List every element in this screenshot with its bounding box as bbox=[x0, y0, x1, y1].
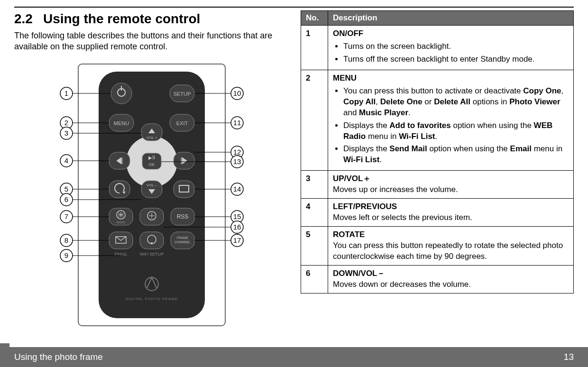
svg-text:15: 15 bbox=[233, 212, 241, 220]
wifi-label: WiFi SETUP bbox=[140, 252, 164, 257]
page-footer: Using the photo frame 13 bbox=[0, 347, 588, 367]
setup-label: SETUP bbox=[174, 91, 191, 97]
remote-figure: SETUP MENU EXIT VOL + bbox=[14, 59, 289, 339]
svg-text:10: 10 bbox=[233, 89, 241, 97]
svg-text:9: 9 bbox=[64, 251, 68, 259]
top-rule bbox=[14, 7, 574, 8]
row-desc: ROTATEYou can press this button repeated… bbox=[328, 227, 574, 266]
section-heading: 2.2Using the remote control bbox=[14, 11, 289, 27]
remote-svg: SETUP MENU EXIT VOL + bbox=[38, 62, 266, 328]
svg-text:FRAME: FRAME bbox=[177, 236, 189, 239]
svg-text:2: 2 bbox=[64, 119, 68, 127]
row-no: 4 bbox=[301, 199, 328, 227]
description-table: No. Description 1ON/OFFTurns on the scre… bbox=[301, 10, 574, 294]
footer-chapter: Using the photo frame bbox=[14, 352, 103, 362]
svg-text:16: 16 bbox=[233, 223, 241, 231]
svg-rect-14 bbox=[174, 181, 194, 198]
th-no: No. bbox=[301, 11, 328, 26]
section-number: 2.2 bbox=[14, 11, 33, 26]
row-no: 2 bbox=[301, 70, 328, 171]
svg-text:3: 3 bbox=[64, 129, 68, 137]
svg-text:7: 7 bbox=[64, 212, 68, 220]
svg-text:5: 5 bbox=[64, 185, 68, 193]
row-no: 6 bbox=[301, 265, 328, 293]
ok-label: OK bbox=[148, 162, 155, 167]
volm-label: VOL – bbox=[147, 183, 157, 187]
rss-label: RSS bbox=[177, 213, 189, 220]
svg-text:4: 4 bbox=[64, 156, 68, 165]
row-no: 3 bbox=[301, 171, 328, 199]
content-area: 2.2Using the remote control The followin… bbox=[14, 10, 574, 339]
svg-rect-23 bbox=[140, 232, 164, 249]
th-desc: Description bbox=[328, 11, 574, 26]
svg-text:17: 17 bbox=[233, 236, 241, 244]
radio-label: RADIO bbox=[116, 221, 125, 224]
svg-text:14: 14 bbox=[233, 185, 241, 193]
exit-label: EXIT bbox=[176, 120, 188, 126]
svg-text:8: 8 bbox=[64, 236, 68, 244]
svg-text:13: 13 bbox=[233, 157, 241, 165]
left-column: 2.2Using the remote control The followin… bbox=[14, 10, 289, 339]
svg-text:12: 12 bbox=[233, 148, 241, 156]
row-desc: DOWN/VOL－Moves down or decreases the vol… bbox=[328, 265, 574, 293]
svg-text:6: 6 bbox=[64, 195, 68, 203]
row-desc: ON/OFFTurns on the screen backlight.Turn… bbox=[328, 26, 574, 70]
row-desc: MENUYou can press this button to activat… bbox=[328, 70, 574, 171]
volp-label: VOL + bbox=[147, 136, 157, 140]
brand-label: DIGITAL PHOTO FRAME bbox=[126, 297, 178, 301]
intro-paragraph: The following table describes the button… bbox=[14, 30, 289, 53]
row-desc: UP/VOL＋Moves up or increases the volume. bbox=[328, 171, 574, 199]
svg-text:▶II: ▶II bbox=[148, 155, 155, 160]
menu-label: MENU bbox=[114, 120, 129, 126]
svg-text:1: 1 bbox=[64, 89, 68, 97]
svg-point-25 bbox=[151, 242, 153, 244]
row-no: 5 bbox=[301, 227, 328, 266]
row-no: 1 bbox=[301, 26, 328, 70]
section-title: Using the remote control bbox=[43, 11, 200, 26]
svg-text:CHANNEL: CHANNEL bbox=[175, 240, 191, 244]
svg-text:11: 11 bbox=[233, 119, 241, 127]
right-column: No. Description 1ON/OFFTurns on the scre… bbox=[301, 10, 574, 339]
footer-page-number: 13 bbox=[564, 352, 574, 362]
row-desc: LEFT/PREVIOUSMoves left or selects the p… bbox=[328, 199, 574, 227]
